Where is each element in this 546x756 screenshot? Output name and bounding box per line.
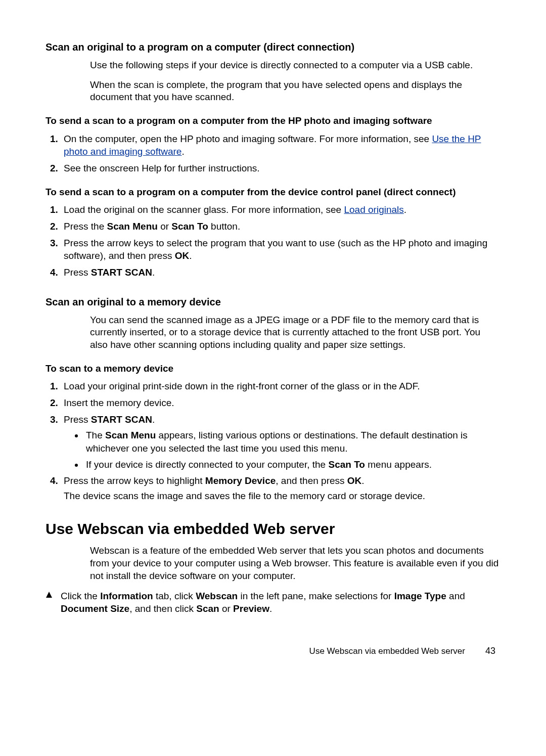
list-item: Insert the memory device.	[61, 396, 500, 410]
text-bold: Scan Menu	[105, 430, 156, 440]
text-bold: START SCAN	[91, 414, 152, 425]
list-item: Press START SCAN. The Scan Menu appears,…	[61, 413, 500, 471]
text: .	[181, 146, 184, 157]
list-item: See the onscreen Help for further instru…	[61, 162, 500, 175]
text: or	[158, 221, 171, 232]
link-load-originals[interactable]: Load originals	[344, 204, 403, 215]
text: Click the	[61, 591, 100, 601]
svg-marker-0	[46, 592, 52, 598]
text: and	[446, 591, 465, 601]
text-bold: Information	[100, 591, 153, 601]
text: .	[361, 475, 364, 486]
text-bold: Scan To	[328, 459, 365, 470]
page-footer: Use Webscan via embedded Web server 43	[46, 646, 500, 656]
ordered-list: Load your original print-side down in th…	[46, 380, 500, 502]
paragraph: You can send the scanned image as a JPEG…	[90, 314, 500, 351]
text-bold: OK	[347, 475, 362, 486]
text: Press the arrow keys to select the progr…	[64, 238, 487, 261]
text-bold: Scan	[196, 603, 219, 614]
heading-webscan: Use Webscan via embedded Web server	[46, 520, 500, 538]
list-item: Press the arrow keys to select the progr…	[61, 237, 500, 262]
paragraph: Webscan is a feature of the embedded Web…	[90, 545, 500, 582]
text: Press	[64, 267, 91, 278]
text: .	[152, 414, 155, 425]
text: menu appears.	[365, 459, 432, 470]
triangle-up-icon	[46, 591, 53, 615]
list-item: On the computer, open the HP photo and i…	[61, 132, 500, 158]
text: On the computer, open the HP photo and i…	[64, 134, 432, 144]
text: Click the Information tab, click Webscan…	[61, 590, 500, 615]
triangle-step: Click the Information tab, click Webscan…	[46, 590, 500, 615]
list-item: Press the arrow keys to highlight Memory…	[61, 474, 500, 502]
text: button.	[208, 221, 240, 232]
heading-scan-direct: Scan an original to a program on a compu…	[46, 41, 500, 53]
list-item: If your device is directly connected to …	[84, 458, 500, 471]
ordered-list: Load the original on the scanner glass. …	[46, 203, 500, 279]
document-page: Scan an original to a program on a compu…	[0, 0, 546, 687]
subheading: To send a scan to a program on a compute…	[46, 186, 500, 199]
footer-title: Use Webscan via embedded Web server	[309, 646, 465, 656]
text-bold: START SCAN	[91, 267, 152, 278]
text: , and then press	[276, 475, 347, 486]
text-bold: Document Size	[61, 603, 129, 614]
text: If your device is directly connected to …	[86, 459, 328, 470]
text: Press the arrow keys to highlight	[64, 475, 205, 486]
ordered-list: On the computer, open the HP photo and i…	[46, 132, 500, 175]
text: Press	[64, 414, 91, 425]
paragraph: The device scans the image and saves the…	[64, 490, 500, 503]
text: The	[86, 430, 105, 440]
text: .	[404, 204, 406, 215]
list-item: Press START SCAN.	[61, 266, 500, 279]
text-bold: Image Type	[394, 591, 446, 601]
list-item: The Scan Menu appears, listing various o…	[84, 429, 500, 455]
text: .	[189, 250, 192, 261]
text-bold: Memory Device	[205, 475, 276, 486]
list-item: Load the original on the scanner glass. …	[61, 203, 500, 216]
text-bold: Webscan	[196, 591, 238, 601]
list-item: Press the Scan Menu or Scan To button.	[61, 220, 500, 233]
text: .	[269, 603, 272, 614]
paragraph: When the scan is complete, the program t…	[90, 79, 500, 104]
text: or	[219, 603, 233, 614]
text: Load the original on the scanner glass. …	[64, 204, 344, 215]
unordered-list: The Scan Menu appears, listing various o…	[64, 429, 500, 471]
text: , and then click	[129, 603, 196, 614]
text: Press the	[64, 221, 107, 232]
text: in the left pane, make selections for	[238, 591, 394, 601]
subheading: To send a scan to a program on a compute…	[46, 115, 500, 127]
text-bold: Scan Menu	[107, 221, 158, 232]
heading-scan-memory: Scan an original to a memory device	[46, 296, 500, 308]
text-bold: Scan To	[171, 221, 208, 232]
list-item: Load your original print-side down in th…	[61, 380, 500, 393]
paragraph: Use the following steps if your device i…	[90, 59, 500, 72]
text: tab, click	[153, 591, 196, 601]
subheading: To scan to a memory device	[46, 363, 500, 375]
text-bold: Preview	[233, 603, 269, 614]
text: .	[152, 267, 155, 278]
text-bold: OK	[175, 250, 190, 261]
page-number: 43	[485, 646, 495, 656]
